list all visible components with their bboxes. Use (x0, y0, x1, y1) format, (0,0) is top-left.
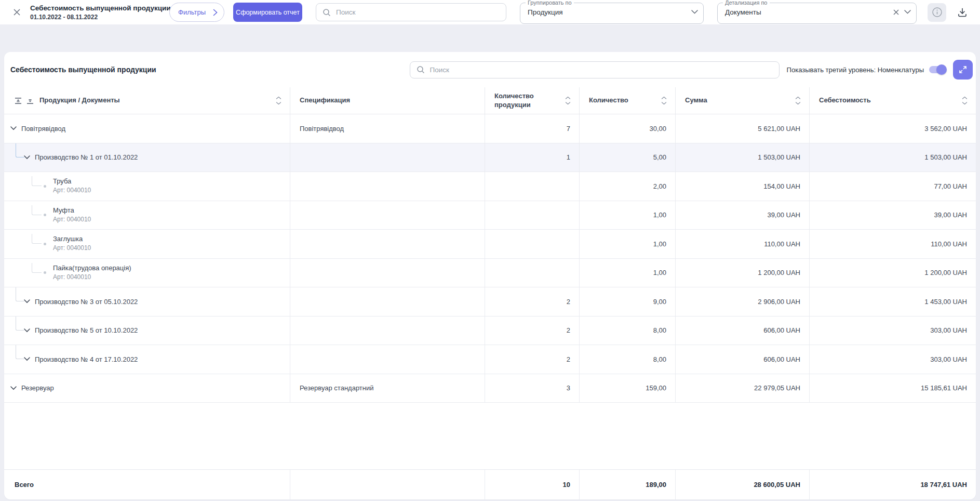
column-header-specification: Спецификация (290, 87, 485, 114)
sum-cell: 606,00 UAH (675, 317, 809, 345)
report-title-dropdown[interactable]: Себестоимость выпущенной продукции (30, 4, 161, 12)
card-title: Себестоимость выпущенной продукции (10, 65, 156, 74)
expand-chevron-icon[interactable] (24, 155, 30, 160)
sum-cell: 110,00 UAH (675, 230, 809, 258)
third-level-toggle[interactable] (929, 66, 946, 73)
tree-connector (32, 234, 42, 244)
cost-cell: 303,00 UAH (809, 345, 976, 374)
table-row[interactable]: Резервуар Резервуар стандартний 3 159,00… (4, 374, 976, 403)
totals-qty-products: 10 (485, 470, 579, 499)
sum-cell: 22 979,05 UAH (675, 374, 809, 403)
cost-cell: 39,00 UAH (809, 201, 976, 230)
expand-all-icon[interactable] (26, 97, 34, 104)
qty-products-cell: 2 (485, 345, 579, 374)
tree-connector (16, 345, 24, 359)
bullet-dot-icon (44, 214, 46, 216)
totals-sum: 28 600,05 UAH (675, 470, 809, 499)
cost-cell: 15 185,61 UAH (809, 374, 976, 403)
qty-cell: 159,00 (579, 374, 675, 403)
qty-cell: 9,00 (579, 287, 675, 316)
report-title-block: Себестоимость выпущенной продукции 01.10… (30, 4, 161, 21)
cost-cell: 3 562,00 UAH (809, 114, 976, 143)
table-empty-space (4, 403, 976, 469)
tree-connector (32, 205, 42, 215)
qty-products-cell (485, 201, 579, 230)
sort-icon[interactable] (661, 96, 667, 105)
sum-cell: 5 621,00 UAH (675, 114, 809, 143)
table-row[interactable]: Труба Арт: 0040010 2,00 154,00 UAH 77,00… (4, 172, 976, 201)
row-label: Пайка(трудова операція) (53, 265, 131, 272)
qty-cell: 8,00 (579, 317, 675, 345)
generate-report-button[interactable]: Сформировать отчет (233, 3, 302, 22)
column-header-qty: Количество (579, 87, 675, 114)
filters-button[interactable]: Фильтры (169, 3, 224, 22)
sum-cell: 154,00 UAH (675, 172, 809, 201)
row-article: Арт: 0040010 (53, 187, 91, 194)
sort-icon[interactable] (565, 96, 571, 105)
clear-icon[interactable] (893, 9, 899, 15)
totals-row: Всего 10 189,00 28 600,05 UAH 18 747,61 … (4, 469, 976, 499)
table-row[interactable]: Муфта Арт: 0040010 1,00 39,00 UAH 39,00 … (4, 201, 976, 230)
column-header-cost: Себестоимость (809, 87, 976, 114)
toggle-knob (936, 64, 947, 75)
table-header-row: Продукция / Документы Спецификация Колич… (4, 87, 976, 114)
chevron-down-icon[interactable] (904, 10, 911, 14)
expand-chevron-icon[interactable] (10, 126, 17, 130)
table-row[interactable]: Производство № 5 от 10.10.2022 2 8,00 60… (4, 317, 976, 346)
qty-cell: 30,00 (579, 114, 675, 143)
third-level-toggle-label: Показывать третий уровень: Номенклатуры (787, 66, 924, 74)
card-toolbar: Себестоимость выпущенной продукции Показ… (4, 52, 976, 87)
row-label: Производство № 4 от 17.10.2022 (35, 355, 138, 363)
column-header-products: Продукция / Документы (4, 87, 290, 114)
spec-cell: Повітрявідвод (290, 114, 485, 143)
group-by-label: Группировать по (526, 1, 574, 5)
date-range[interactable]: 01.10.2022 - 08.11.2022 (30, 14, 161, 21)
tree-connector (32, 263, 42, 273)
search-icon (417, 65, 425, 74)
row-label: Производство № 5 от 10.10.2022 (35, 326, 138, 334)
fullscreen-button[interactable] (953, 60, 973, 80)
row-label: Повітрявідвод (21, 125, 65, 133)
expand-chevron-icon[interactable] (24, 328, 30, 333)
info-button[interactable] (928, 3, 946, 22)
column-header-qty-products: Количество продукции (485, 87, 579, 114)
totals-qty: 189,00 (579, 470, 675, 499)
group-by-select[interactable]: Группировать по Продукция (520, 1, 704, 24)
qty-products-cell: 2 (485, 287, 579, 316)
download-icon[interactable] (955, 5, 970, 20)
topbar-search-input[interactable] (336, 8, 500, 16)
sum-cell: 1 503,00 UAH (675, 143, 809, 172)
table-search-input[interactable] (430, 66, 773, 74)
sum-cell: 1 200,00 UAH (675, 259, 809, 287)
row-label: Производство № 1 от 01.10.2022 (35, 153, 138, 161)
table-row[interactable]: Пайка(трудова операція) Арт: 0040010 1,0… (4, 259, 976, 288)
cost-cell: 77,00 UAH (809, 172, 976, 201)
bullet-dot-icon (44, 271, 46, 274)
table-row[interactable]: Заглушка Арт: 0040010 1,00 110,00 UAH 11… (4, 230, 976, 259)
tree-connector (32, 176, 42, 186)
chevron-down-icon[interactable] (691, 10, 698, 14)
table-row[interactable]: Производство № 4 от 17.10.2022 2 8,00 60… (4, 345, 976, 374)
spec-cell (290, 230, 485, 258)
spec-cell (290, 345, 485, 374)
collapse-all-icon[interactable] (15, 97, 22, 104)
row-label: Труба (53, 178, 91, 186)
sort-icon[interactable] (276, 96, 281, 105)
sum-cell: 2 906,00 UAH (675, 287, 809, 316)
sort-icon[interactable] (962, 96, 968, 105)
expand-chevron-icon[interactable] (24, 299, 30, 304)
detail-by-select[interactable]: Детализация по Документы (717, 1, 917, 24)
sum-cell: 39,00 UAH (675, 201, 809, 230)
sort-icon[interactable] (795, 96, 801, 105)
expand-chevron-icon[interactable] (10, 386, 17, 390)
table-row-selected[interactable]: Производство № 1 от 01.10.2022 1 5,00 1 … (4, 143, 976, 173)
detail-by-label: Детализация по (723, 1, 770, 5)
row-label: Резервуар (21, 384, 54, 392)
spec-cell (290, 172, 485, 201)
table-row[interactable]: Производство № 3 от 05.10.2022 2 9,00 2 … (4, 287, 976, 317)
table-row[interactable]: Повітрявідвод Повітрявідвод 7 30,00 5 62… (4, 114, 976, 143)
qty-cell: 1,00 (579, 201, 675, 230)
group-by-value: Продукция (528, 8, 691, 16)
expand-chevron-icon[interactable] (24, 357, 30, 361)
close-icon[interactable] (11, 7, 22, 18)
